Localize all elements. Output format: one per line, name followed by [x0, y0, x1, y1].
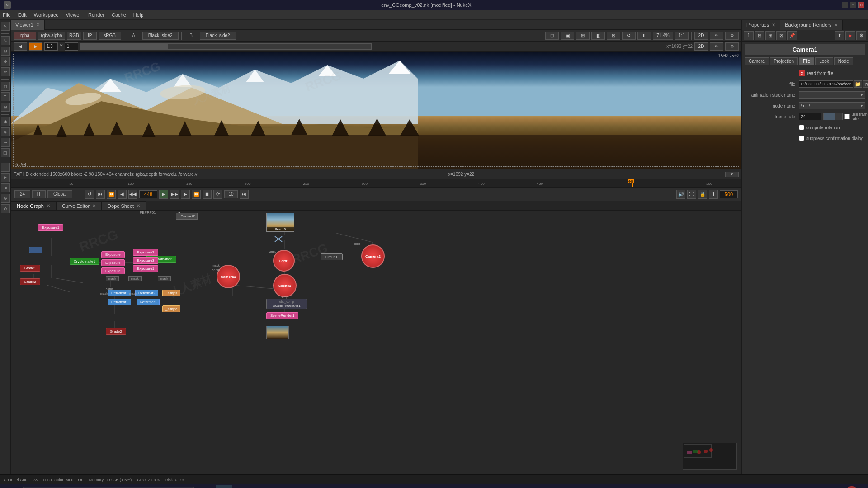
suppress-confirm-checkbox[interactable]: [799, 136, 804, 141]
tab-node-graph[interactable]: Node Graph ✕: [11, 201, 56, 210]
viewer-tab[interactable]: Viewer1 ✕: [11, 20, 45, 30]
taskbar-nuke[interactable]: N: [233, 485, 250, 488]
menu-edit[interactable]: Edit: [18, 12, 27, 18]
exp-r-c[interactable]: Exposure1: [133, 265, 158, 272]
file-browse-btn[interactable]: 📁: [854, 80, 862, 88]
subtab-file[interactable]: File: [799, 57, 814, 65]
view-icon-1[interactable]: ⊡: [545, 32, 559, 40]
export-btn[interactable]: ⬆: [709, 190, 718, 199]
tf-mode[interactable]: TF: [32, 190, 46, 198]
exp-node-b[interactable]: Exposure: [101, 259, 125, 266]
tool-shape[interactable]: ◻: [1, 82, 10, 91]
frame-rate-slider[interactable]: [823, 113, 843, 120]
taskbar-explorer[interactable]: 📁: [216, 485, 232, 488]
view-icon-6[interactable]: ↺: [622, 32, 636, 40]
merge-x-node[interactable]: [274, 235, 283, 244]
exposure1-node[interactable]: Exposure1: [38, 224, 63, 231]
input-b-btn[interactable]: B: [184, 32, 198, 40]
taskbar-app7[interactable]: ◈: [319, 485, 335, 488]
tab-dope-sheet[interactable]: Dope Sheet ✕: [102, 201, 146, 210]
frame-rate-input[interactable]: 24: [799, 113, 821, 120]
start-button[interactable]: ⊞: [4, 485, 20, 488]
view-icon-3[interactable]: ⊞: [576, 32, 590, 40]
window-controls[interactable]: ─ □ ✕: [842, 2, 864, 8]
node-name-select[interactable]: /root/ ▼: [799, 102, 865, 109]
tool-text[interactable]: T: [1, 92, 10, 101]
current-frame-input[interactable]: 448: [139, 190, 157, 198]
view-icon-5[interactable]: ⊠: [607, 32, 620, 40]
node-graph-minimap[interactable]: [683, 443, 737, 470]
properties-tab-close[interactable]: ✕: [772, 23, 775, 28]
prev-keyframe-btn[interactable]: ⏪: [107, 190, 116, 199]
tool-particles[interactable]: ⋮: [1, 163, 10, 172]
channel-a-select[interactable]: rgba: [14, 32, 36, 40]
stop-btn[interactable]: ⏹: [203, 190, 212, 199]
paint-mode-btn[interactable]: ✏: [710, 42, 723, 51]
tool-grid[interactable]: ⊞: [1, 103, 10, 112]
card1-node[interactable]: Card1: [273, 250, 295, 272]
y-input[interactable]: 1: [65, 42, 78, 51]
view-icon-2[interactable]: ▣: [561, 32, 574, 40]
props-row-1[interactable]: 1: [744, 31, 754, 40]
cryptomatte1-node[interactable]: Cryptomatte1: [70, 258, 99, 265]
view-icon-4[interactable]: ◧: [591, 32, 605, 40]
view-icon-7[interactable]: ⏸: [637, 32, 651, 40]
read-from-file-checkbox[interactable]: ✕: [799, 70, 805, 76]
menu-viewer[interactable]: Viewer: [66, 12, 81, 18]
scenerender1-pink[interactable]: SceneRender1: [266, 312, 298, 319]
reset-btn[interactable]: ↺: [85, 190, 94, 199]
reformat1-bottom[interactable]: Reformat1: [108, 299, 131, 305]
taskbar-firefox[interactable]: 🦊: [285, 485, 301, 488]
tool-node[interactable]: ◉: [1, 117, 10, 126]
background-renders-tab[interactable]: Background Renders ✕: [780, 20, 843, 30]
props-settings-btn[interactable]: ⚙: [856, 31, 866, 40]
black-side2-a-btn[interactable]: Black_side2: [142, 32, 179, 40]
lock-btn[interactable]: 🔒: [698, 190, 707, 199]
tool-3d[interactable]: ◱: [1, 148, 10, 157]
global-mode[interactable]: Global: [47, 190, 72, 198]
props-pin-btn[interactable]: 📌: [787, 31, 797, 40]
skip-start-btn[interactable]: ⏮: [96, 190, 105, 199]
nav-triangle[interactable]: ▶: [29, 42, 42, 51]
maximize-button[interactable]: □: [850, 2, 856, 8]
read-thumb-bottom[interactable]: [266, 326, 289, 339]
fwd-play-btn[interactable]: ▶▶: [170, 190, 179, 199]
tool-transform[interactable]: ⤡: [1, 36, 10, 45]
timeline-ruler[interactable]: 50 100 150 200 250 300 350 400 450 500 4…: [11, 179, 741, 187]
colorspace-select[interactable]: sRGB: [99, 32, 121, 40]
menu-file[interactable]: File: [3, 12, 11, 18]
menu-cache[interactable]: Cache: [112, 12, 126, 18]
next-keyframe-btn[interactable]: ⏩: [192, 190, 201, 199]
taskview-btn[interactable]: ⧉: [197, 485, 213, 488]
x-input[interactable]: 1.3: [44, 42, 58, 51]
props-icon-2[interactable]: ⊞: [765, 31, 775, 40]
exp-r-b[interactable]: Exposure3: [133, 257, 158, 264]
subtab-look[interactable]: Look: [815, 57, 833, 65]
input-a-btn[interactable]: A: [127, 32, 141, 40]
file-path-input[interactable]: E:/FXPHD/HOU115/abc/camera_v01.abc: [799, 80, 853, 88]
grade2-bottom[interactable]: Grade2: [106, 328, 126, 335]
tool-clone[interactable]: ⊕: [1, 57, 10, 66]
taskbar-app4[interactable]: ◎: [268, 485, 284, 488]
tab-curve-editor[interactable]: Curve Editor ✕: [56, 201, 102, 210]
animation-stack-select[interactable]: ────── ▼: [799, 91, 865, 99]
ratio-btn[interactable]: 1:1: [675, 32, 689, 40]
tab-curve-editor-close[interactable]: ✕: [92, 203, 96, 208]
reload-btn[interactable]: reload: [863, 80, 868, 88]
taskbar-app6[interactable]: N: [302, 485, 318, 488]
taskbar-chrome[interactable]: [250, 485, 267, 488]
props-expand-btn[interactable]: ⬆: [835, 31, 844, 40]
2d-mode-btn[interactable]: 2D: [694, 32, 708, 40]
play-btn[interactable]: ▶: [159, 190, 168, 199]
subtab-node[interactable]: Node: [834, 57, 853, 65]
rev-play-btn[interactable]: ◀◀: [128, 190, 137, 199]
camera1-main-node[interactable]: Camera1: [217, 265, 240, 288]
rgb-mode-btn[interactable]: RGB: [67, 32, 81, 40]
reformat1-node[interactable]: Reformat1: [108, 290, 131, 296]
skip-end-btn[interactable]: ⏭: [240, 190, 249, 199]
tool-select[interactable]: ↖: [1, 22, 10, 31]
tool-meta[interactable]: ⊛: [1, 194, 10, 203]
bg-renders-tab-close[interactable]: ✕: [834, 23, 838, 28]
subtab-camera[interactable]: Camera: [745, 57, 769, 65]
minimize-button[interactable]: ─: [842, 2, 848, 8]
